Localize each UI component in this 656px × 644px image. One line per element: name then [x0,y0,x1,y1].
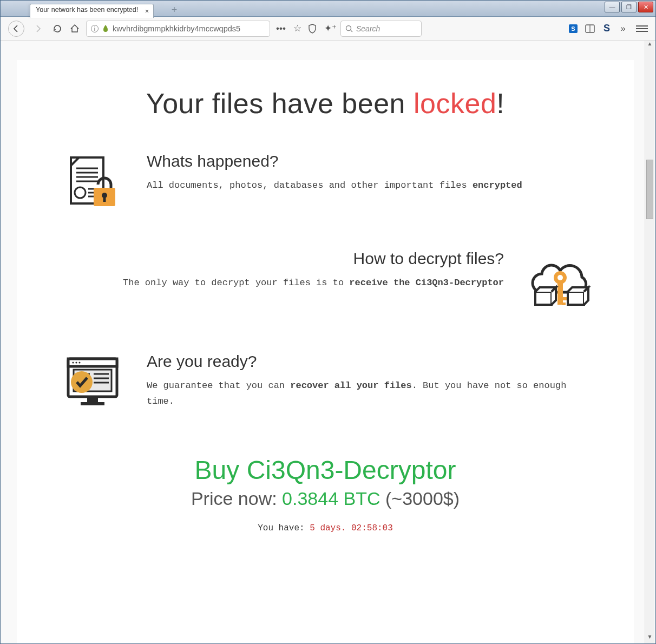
svg-rect-17 [562,303,566,305]
page-title: Your files have been locked! [60,87,591,120]
close-window-button[interactable]: ✕ [638,2,653,12]
onion-icon [102,24,109,33]
browser-tab[interactable]: Your network has been encrypted! × [30,4,154,18]
search-icon [345,25,353,32]
close-tab-icon[interactable]: × [145,7,149,15]
svg-rect-18 [535,292,552,305]
section-happened: Whats happened? All documents, photos, d… [60,152,591,212]
section-ready: Are you ready? We guarantee that you can… [60,352,591,417]
section-decrypt: How to decrypt files? The only way to de… [60,249,591,314]
address-bar[interactable]: i kwvhrdibgmmpkhkidrby4mccwqpds5 [86,21,270,37]
page-viewport: ▲ ▼ Your files have been locked! [1,41,655,643]
svg-point-14 [557,275,563,280]
svg-rect-32 [87,397,98,402]
buy-section: Buy Ci3Qn3-Decryptor Price now: 0.3844 B… [60,455,591,533]
arrow-left-icon [12,24,21,33]
svg-point-24 [78,362,80,363]
svg-rect-33 [81,402,104,405]
search-placeholder: Search [356,24,380,33]
section-heading: How to decrypt files? [123,249,504,268]
reload-icon [53,24,62,34]
reload-button[interactable] [51,23,63,35]
arrow-right-icon [34,24,42,33]
back-button[interactable] [8,21,24,37]
svg-rect-16 [562,297,567,300]
section-heading: Whats happened? [147,152,522,170]
bookmark-star-icon[interactable]: ☆ [292,23,303,34]
home-icon [70,24,80,34]
section-body: We guarantee that you can recover all yo… [147,378,591,410]
monitor-check-icon [60,352,125,417]
section-body: The only way to decrypt your files is to… [123,275,504,291]
reader-icon[interactable] [585,24,596,33]
address-text: kwvhrdibgmmpkhkidrby4mccwqpds5 [113,24,240,33]
svg-point-23 [75,362,77,363]
page-actions-icon[interactable]: ••• [275,23,286,34]
extension-s2-icon[interactable]: S [603,23,610,34]
svg-rect-12 [103,196,106,202]
extension-s1-icon[interactable]: S [569,24,578,33]
svg-point-0 [346,25,351,30]
toolbar-right: S S » [569,23,648,34]
buy-heading: Buy Ci3Qn3-Decryptor [60,455,591,485]
tab-title: Your network has been encrypted! [36,6,138,14]
scroll-down-icon[interactable]: ▼ [645,634,654,643]
page-content: Your files have been locked! [17,60,634,643]
window-titlebar: Your network has been encrypted! × + — ❐… [1,1,655,17]
locked-document-icon [60,152,125,212]
shield-icon[interactable] [308,24,319,34]
section-body: All documents, photos, databases and oth… [147,178,522,194]
forward-button[interactable] [30,21,46,37]
browser-window: Your network has been encrypted! × + — ❐… [0,0,656,644]
svg-rect-15 [557,282,563,305]
minimize-button[interactable]: — [605,2,620,12]
price-line: Price now: 0.3844 BTC (~3000$) [60,488,591,509]
browser-toolbar: i kwvhrdibgmmpkhkidrby4mccwqpds5 ••• ☆ ✦… [1,17,655,41]
new-tab-button[interactable]: + [168,5,180,15]
cloud-key-icon [526,249,591,314]
overflow-icon[interactable]: » [618,23,628,34]
vertical-scrollbar[interactable]: ▲ ▼ [645,41,654,643]
countdown: You have: 5 days. 02:58:03 [60,523,591,533]
scrollbar-thumb[interactable] [646,160,653,219]
home-button[interactable] [69,23,81,35]
section-heading: Are you ready? [147,352,591,371]
svg-point-22 [72,362,74,363]
site-info-icon[interactable]: i [91,25,99,32]
search-box[interactable]: Search [340,21,422,37]
svg-rect-19 [568,292,584,305]
menu-button[interactable] [636,25,648,32]
scroll-up-icon[interactable]: ▲ [645,41,654,50]
wand-icon[interactable]: ✦⁺ [324,23,335,34]
maximize-button[interactable]: ❐ [621,2,637,12]
